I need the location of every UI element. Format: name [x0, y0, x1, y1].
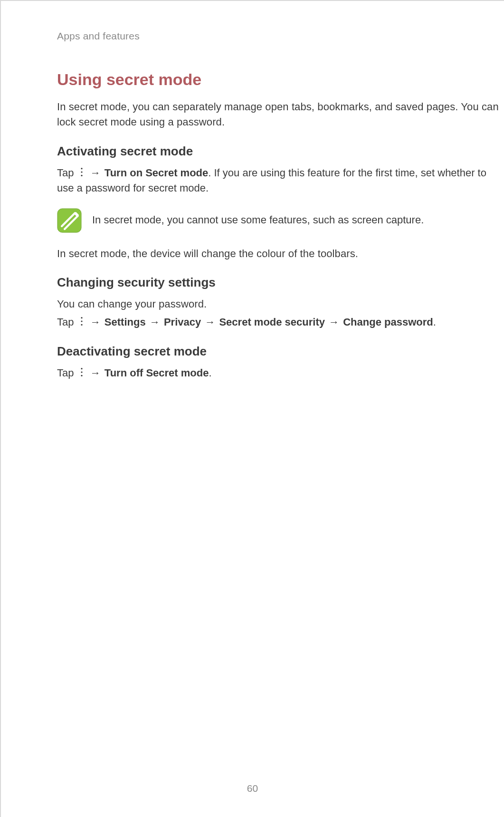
- section-deactivating: Deactivating secret mode Tap → Turn off …: [57, 344, 504, 381]
- page-number: 60: [1, 783, 504, 794]
- note-callout: In secret mode, you cannot use some feat…: [57, 208, 504, 233]
- arrow-icon: →: [89, 365, 102, 381]
- activating-after-note: In secret mode, the device will change t…: [57, 246, 504, 261]
- menu-label-secret-mode-security: Secret mode security: [219, 316, 325, 328]
- note-text: In secret mode, you cannot use some feat…: [92, 213, 424, 228]
- arrow-icon: →: [89, 315, 102, 330]
- menu-label-turn-on: Turn on Secret mode: [105, 167, 208, 179]
- menu-label-change-password: Change password: [343, 316, 433, 328]
- document-page: Apps and features Using secret mode In s…: [0, 0, 504, 817]
- svg-point-10: [81, 372, 82, 373]
- arrow-icon: →: [328, 315, 340, 330]
- section-changing: Changing security settings You can chang…: [57, 275, 504, 330]
- section-activating: Activating secret mode Tap → Turn on Sec…: [57, 144, 504, 261]
- svg-point-2: [81, 175, 82, 176]
- text-fragment: .: [209, 367, 211, 379]
- note-icon: [57, 208, 82, 233]
- arrow-icon: →: [204, 315, 216, 330]
- more-options-icon: [77, 316, 86, 327]
- svg-point-11: [81, 375, 82, 376]
- menu-label-turn-off: Turn off Secret mode: [105, 367, 209, 379]
- svg-point-7: [81, 321, 82, 322]
- menu-label-privacy: Privacy: [164, 316, 201, 328]
- svg-point-8: [81, 324, 82, 326]
- intro-paragraph: In secret mode, you can separately manag…: [57, 99, 504, 130]
- text-fragment: .: [433, 316, 436, 328]
- text-fragment: Tap: [57, 367, 77, 379]
- heading-deactivating: Deactivating secret mode: [57, 344, 504, 359]
- svg-rect-3: [57, 209, 81, 232]
- svg-point-9: [81, 368, 82, 369]
- more-options-icon: [77, 167, 86, 177]
- text-fragment: Tap: [57, 167, 77, 179]
- arrow-icon: →: [89, 165, 102, 181]
- deactivating-instructions: Tap → Turn off Secret mode.: [57, 365, 504, 381]
- changing-instructions: Tap → Settings → Privacy → Secret mode s…: [57, 315, 504, 330]
- menu-label-settings: Settings: [105, 316, 146, 328]
- text-fragment: Tap: [57, 316, 77, 328]
- svg-point-0: [81, 168, 82, 169]
- heading-changing: Changing security settings: [57, 275, 504, 290]
- changing-lead: You can change your password.: [57, 297, 504, 312]
- more-options-icon: [77, 367, 86, 377]
- header-section-label: Apps and features: [57, 30, 504, 42]
- page-heading: Using secret mode: [57, 70, 504, 89]
- arrow-icon: →: [149, 315, 161, 330]
- section-title: Using secret mode In secret mode, you ca…: [57, 70, 504, 130]
- activating-instructions: Tap → Turn on Secret mode. If you are us…: [57, 165, 504, 196]
- svg-point-1: [81, 171, 82, 173]
- svg-point-6: [81, 317, 82, 318]
- heading-activating: Activating secret mode: [57, 144, 504, 159]
